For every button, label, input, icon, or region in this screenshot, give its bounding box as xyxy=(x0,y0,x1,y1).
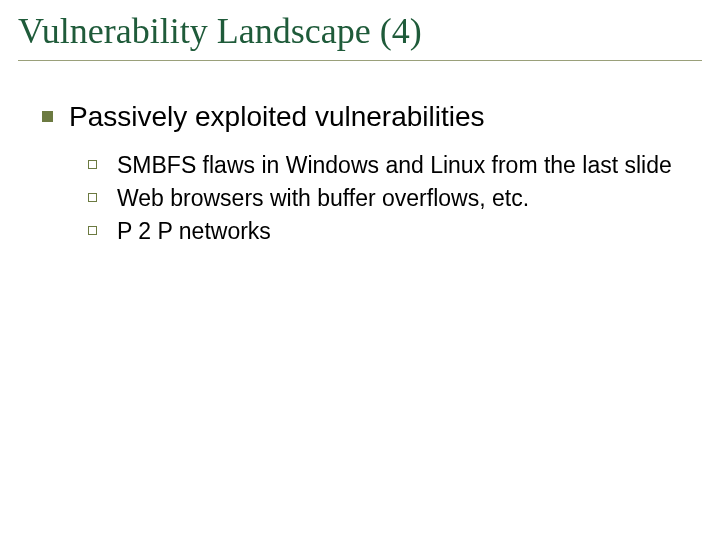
hollow-square-bullet-icon xyxy=(88,226,97,235)
slide-title: Vulnerability Landscape (4) xyxy=(18,10,702,61)
level2-text: SMBFS flaws in Windows and Linux from th… xyxy=(117,151,672,180)
hollow-square-bullet-icon xyxy=(88,193,97,202)
list-item-level2: P 2 P networks xyxy=(88,217,702,246)
square-bullet-icon xyxy=(42,111,53,122)
list-item-level1: Passively exploited vulnerabilities xyxy=(42,101,702,133)
level1-text: Passively exploited vulnerabilities xyxy=(69,101,485,133)
level2-text: Web browsers with buffer overflows, etc. xyxy=(117,184,529,213)
level2-text: P 2 P networks xyxy=(117,217,271,246)
list-item-level2: Web browsers with buffer overflows, etc. xyxy=(88,184,702,213)
list-item-level2: SMBFS flaws in Windows and Linux from th… xyxy=(88,151,702,180)
hollow-square-bullet-icon xyxy=(88,160,97,169)
slide: Vulnerability Landscape (4) Passively ex… xyxy=(0,0,720,540)
